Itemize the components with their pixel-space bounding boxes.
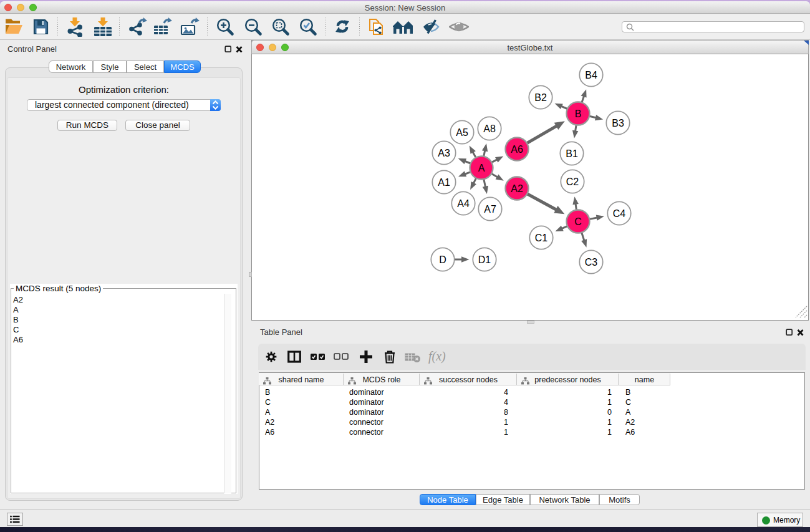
svg-text:A: A [478, 163, 485, 173]
svg-text:A7: A7 [484, 204, 496, 215]
svg-text:D: D [439, 254, 446, 265]
svg-text:A8: A8 [483, 123, 496, 134]
svg-text:A1: A1 [438, 177, 450, 188]
svg-text:B3: B3 [612, 118, 624, 128]
svg-text:A5: A5 [456, 127, 468, 138]
svg-text:C: C [574, 216, 582, 227]
svg-text:A2: A2 [511, 183, 523, 194]
svg-text:C3: C3 [585, 257, 598, 268]
svg-text:C2: C2 [566, 177, 579, 187]
svg-text:A4: A4 [457, 198, 470, 209]
svg-text:D1: D1 [478, 254, 491, 265]
svg-text:B2: B2 [534, 92, 547, 103]
svg-text:B4: B4 [585, 70, 597, 80]
svg-text:B1: B1 [566, 148, 578, 159]
svg-text:C1: C1 [535, 233, 548, 243]
svg-text:C4: C4 [613, 208, 626, 219]
svg-text:A6: A6 [511, 144, 523, 155]
svg-text:A3: A3 [438, 148, 450, 158]
svg-text:B: B [575, 109, 582, 119]
